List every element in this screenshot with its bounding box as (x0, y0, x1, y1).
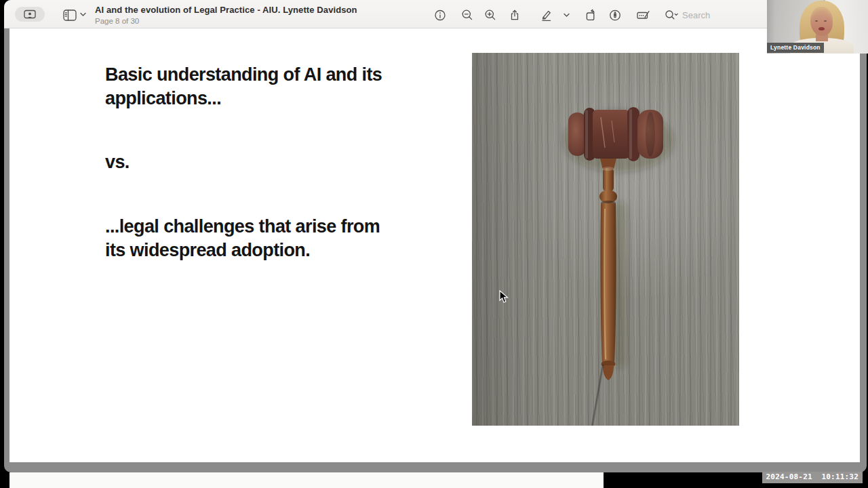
participant-face (810, 7, 833, 36)
markup-chevron-down-icon[interactable] (563, 9, 570, 21)
screen-share-button[interactable] (15, 7, 45, 22)
search-magnifier-icon (665, 9, 679, 21)
zoom-out-button[interactable] (461, 9, 473, 21)
screen-share-icon (24, 9, 36, 19)
mouse-cursor (499, 290, 509, 304)
gavel-photo (472, 53, 739, 426)
page-indicator: Page 8 of 30 (95, 17, 357, 25)
participant-lips (818, 27, 825, 30)
gavel-illustration (472, 53, 739, 426)
sidebar-icon (63, 9, 77, 22)
slide-body-line1: ...legal challenges that arise from (105, 215, 380, 239)
preview-window: AI and the evolution of Legal Practice -… (4, 0, 867, 472)
webcam-tile[interactable]: Lynette Davidson (767, 0, 868, 54)
draw-pen-button[interactable] (609, 9, 621, 21)
search-placeholder: Search (682, 10, 710, 20)
participant-name-label: Lynette Davidson (767, 43, 824, 53)
title-block: AI and the evolution of Legal Practice -… (95, 5, 357, 25)
sidebar-toggle-button[interactable] (62, 7, 77, 22)
autofill-button[interactable] (636, 9, 651, 21)
background-window-edge (9, 472, 604, 488)
slide-heading-line1: Basic understanding of AI and its (105, 63, 382, 87)
document-title: AI and the evolution of Legal Practice -… (95, 5, 357, 15)
share-button[interactable] (509, 9, 521, 21)
slide-heading-line2: applications... (105, 87, 221, 110)
markup-button[interactable] (538, 9, 553, 21)
slide-body-line2: its widespread adoption. (105, 239, 310, 262)
slide-vs-text: vs. (105, 150, 130, 174)
titlebar: AI and the evolution of Legal Practice -… (4, 0, 867, 28)
sidebar-chevron-down-icon[interactable] (79, 12, 87, 18)
zoom-in-button[interactable] (484, 9, 496, 21)
info-button[interactable] (434, 9, 446, 21)
rotate-button[interactable] (585, 9, 597, 21)
screen: AI and the evolution of Legal Practice -… (0, 0, 868, 488)
search-input[interactable]: Search (665, 8, 766, 22)
document-view[interactable]: Basic understanding of AI and its applic… (9, 28, 860, 462)
recording-timestamp: 2024-08-21 10:11:32 (762, 472, 863, 483)
